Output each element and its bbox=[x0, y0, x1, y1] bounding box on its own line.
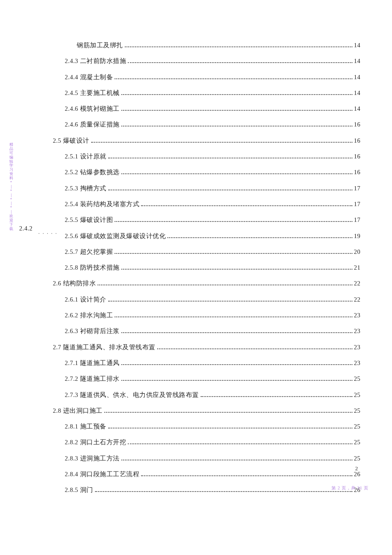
toc-leader-dots bbox=[108, 423, 352, 428]
toc-leader-dots bbox=[104, 408, 352, 413]
toc-leader-dots bbox=[128, 439, 352, 444]
toc-entry: 2.8.4 洞口段施工工艺流程26 bbox=[37, 470, 360, 478]
toc-entry-label: 2.6.3 衬砌背后注浆 bbox=[65, 327, 120, 335]
toc-entry-page: 16 bbox=[354, 120, 361, 129]
toc-entry-page: 14 bbox=[354, 104, 361, 113]
toc-entry: 2.8 进出洞口施工25 bbox=[37, 406, 360, 415]
toc-entry: 2.6.1 设计简介22 bbox=[37, 295, 360, 304]
toc-entry-page: 22 bbox=[354, 295, 361, 304]
toc-entry: 2.5.6 爆破成效监测及爆破设计优化19 bbox=[37, 232, 360, 240]
toc-entry-label: 2.4.4 混凝土制备 bbox=[65, 73, 113, 81]
toc-leader-dots bbox=[121, 360, 352, 365]
toc-entry-label: 钢筋加工及绑扎 bbox=[77, 41, 123, 49]
toc-entry-page: 25 bbox=[354, 454, 361, 463]
toc-entry-label: 2.5.4 装药结构及堵塞方式 bbox=[65, 200, 139, 208]
toc-entry-label: 2.5.5 爆破设计图 bbox=[65, 216, 113, 224]
toc-entry-label: 2.7.3 隧道供风、供水、电力供应及管线路布置 bbox=[65, 391, 199, 399]
toc-entry-page: 14 bbox=[354, 41, 361, 49]
toc-entry: 2.7.2 隧道施工排水25 bbox=[37, 374, 360, 383]
toc-leader-dots bbox=[121, 169, 352, 174]
toc-entry-label: 2.7.1 隧道施工通风 bbox=[65, 359, 120, 367]
toc-entry-page: 14 bbox=[354, 89, 361, 97]
toc-entry: 2.7 隧道施工通风、排水及管线布置23 bbox=[37, 343, 360, 351]
toc-entry-label: 2.4.6 质量保证措施 bbox=[65, 120, 120, 129]
toc-entry-page: 25 bbox=[354, 438, 361, 446]
toc-leader-dots bbox=[141, 471, 352, 476]
toc-entry-page: 25 bbox=[354, 406, 361, 415]
toc-leader-dots bbox=[98, 280, 352, 285]
toc-entry: 2.8.3 进洞施工方法25 bbox=[37, 454, 360, 463]
toc-entry: 2.5.3 掏槽方式17 bbox=[37, 184, 360, 193]
toc-leader-dots bbox=[95, 487, 352, 492]
toc-entry: 2.6.2 排水沟施工23 bbox=[37, 311, 360, 319]
toc-entry-label: 2.5.6 爆破成效监测及爆破设计优化 bbox=[65, 232, 166, 240]
toc-entry-label: 2.4.5 主要施工机械 bbox=[65, 89, 120, 97]
toc-entry-label: 2.5 爆破设计 bbox=[53, 136, 89, 145]
toc-leader-dots bbox=[125, 42, 352, 47]
toc-entry-page: 14 bbox=[354, 57, 361, 65]
toc-entry-page: 25 bbox=[354, 391, 361, 399]
toc-entry-page: 23 bbox=[354, 327, 361, 335]
toc-entry: 2.7.1 隧道施工通风23 bbox=[37, 359, 360, 367]
toc-leader-dots bbox=[115, 217, 352, 222]
toc-leader-dots bbox=[121, 121, 352, 127]
toc-leader-dots bbox=[141, 201, 352, 206]
toc-entry-page: 17 bbox=[354, 200, 361, 208]
side-note-char: 载 bbox=[9, 227, 14, 231]
toc-leader-dots bbox=[115, 312, 352, 317]
toc-entry-page: 16 bbox=[354, 152, 361, 161]
toc-leader-dots bbox=[157, 344, 352, 349]
toc-leader-dots bbox=[121, 455, 352, 460]
toc-leader-dots bbox=[91, 138, 352, 143]
toc-entry-page: 23 bbox=[354, 311, 361, 319]
toc-entry: 2.6 结构防排水22 bbox=[37, 279, 360, 288]
toc-leader-dots bbox=[108, 185, 352, 190]
toc-entry-page: 23 bbox=[354, 359, 361, 367]
toc-entry: 2.5.5 爆破设计图17 bbox=[37, 216, 360, 224]
toc-entry-page: 16 bbox=[354, 136, 361, 145]
footer-page-info: 第 2 页，共 31 页 bbox=[331, 485, 369, 491]
toc-entry: 2.5.4 装药结构及堵塞方式17 bbox=[37, 200, 360, 208]
toc-leader-dots bbox=[121, 265, 352, 270]
toc-entry-label: 2.8.1 施工预备 bbox=[65, 422, 107, 431]
toc-entry: 2.7.3 隧道供风、供水、电力供应及管线路布置25 bbox=[37, 391, 360, 399]
toc-entry: 2.8.1 施工预备25 bbox=[37, 422, 360, 431]
toc-entry-label: 2.8 进出洞口施工 bbox=[53, 406, 103, 415]
toc-entry-page: 19 bbox=[354, 232, 361, 240]
toc-entry: 2.4.6 质量保证措施16 bbox=[37, 120, 360, 129]
toc-entry-label: 2.5.2 钻爆参数挑选 bbox=[65, 168, 120, 176]
toc-entry: 2.5.8 防坍技术措施21 bbox=[37, 263, 360, 272]
toc-leader-dots bbox=[115, 74, 352, 79]
toc-leader-dots bbox=[128, 58, 352, 63]
toc-entry: 2.5.1 设计原就16 bbox=[37, 152, 360, 161]
toc-leader-dots bbox=[108, 296, 352, 302]
toc-entry: 2.8.5 洞门26 bbox=[37, 486, 360, 494]
toc-entry-label: 2.8.5 洞门 bbox=[65, 486, 93, 494]
toc-entry-label: 2.4.6 模筑衬砌施工 bbox=[65, 104, 120, 113]
toc-entry-label: 2.5.1 设计原就 bbox=[65, 152, 107, 161]
toc-entry-label: 2.5.8 防坍技术措施 bbox=[65, 263, 120, 272]
toc-entry: 2.5.2 钻爆参数挑选16 bbox=[37, 168, 360, 176]
toc-leader-dots bbox=[121, 328, 352, 333]
toc-entry: 2.8.2 洞口土石方开挖25 bbox=[37, 438, 360, 446]
toc-entry-label: 2.6.2 排水沟施工 bbox=[65, 311, 113, 319]
toc-entry-label: 2.8.4 洞口段施工工艺流程 bbox=[65, 470, 139, 478]
toc-entry-label: 2.7.2 隧道施工排水 bbox=[65, 374, 120, 383]
toc-entry-label: 2.5.3 掏槽方式 bbox=[65, 184, 107, 193]
toc-leader-dots bbox=[115, 249, 352, 254]
toc-entry-page: 17 bbox=[354, 184, 361, 193]
toc-entry-label: 2.5.7 超欠挖掌握 bbox=[65, 247, 113, 256]
toc-entry-page: 17 bbox=[354, 216, 361, 224]
toc-entry: 钢筋加工及绑扎14 bbox=[37, 41, 360, 49]
toc-leader-dots bbox=[201, 391, 352, 397]
toc-entry: 2.4.3 二衬前防水措施14 bbox=[37, 57, 360, 65]
toc-entry-page: 14 bbox=[354, 73, 361, 81]
toc-entry-page: 25 bbox=[354, 422, 361, 431]
toc-container: 钢筋加工及绑扎142.4.3 二衬前防水措施142.4.4 混凝土制备142.4… bbox=[37, 41, 360, 502]
toc-entry-label: 2.7 隧道施工通风、排水及管线布置 bbox=[53, 343, 156, 351]
toc-entry-page: 23 bbox=[354, 343, 361, 351]
toc-entry: 2.4.4 混凝土制备14 bbox=[37, 73, 360, 81]
toc-entry-label: 2.8.3 进洞施工方法 bbox=[65, 454, 120, 463]
toc-entry: 2.5 爆破设计16 bbox=[37, 136, 360, 145]
toc-entry: 2.4.6 模筑衬砌施工14 bbox=[37, 104, 360, 113]
